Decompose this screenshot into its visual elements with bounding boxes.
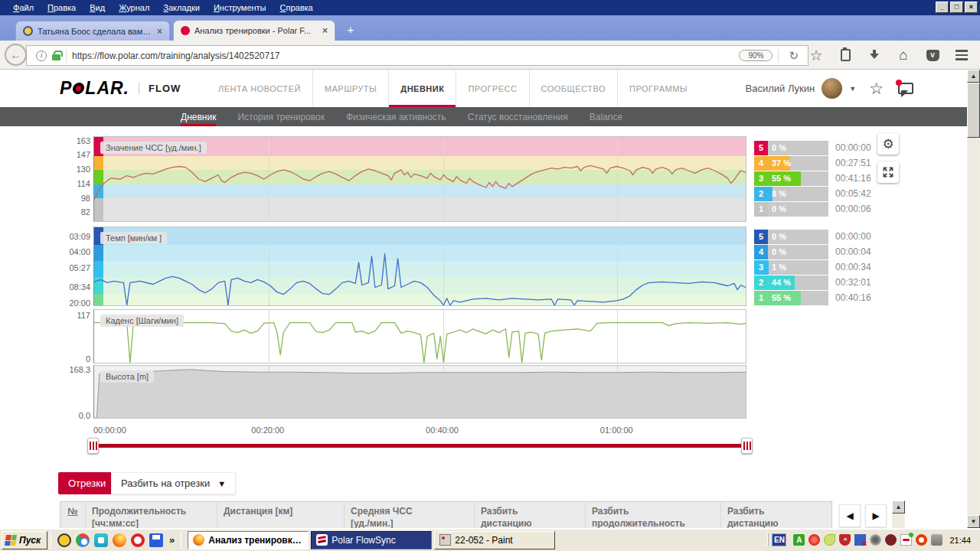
pocket-icon[interactable]: v [925,47,940,63]
home-icon[interactable]: ⌂ [896,47,911,63]
range-handle-right[interactable] [741,438,753,454]
zoom-level-button[interactable]: 90% [739,50,773,61]
flowsync-tray-icon[interactable] [900,534,912,546]
col-header[interactable]: Разбитьдистанцию [474,502,585,528]
taskbar-clock[interactable]: 21:44 [949,536,971,545]
col-header[interactable]: Продолжительность[чч:мм:сс] [85,502,217,528]
col-header[interactable]: Средняя ЧСС[уд./мин.] [344,502,474,528]
chart-plot-pace[interactable]: Темп [мин/км ] [93,227,746,306]
scroll-up-icon[interactable]: ▲ [967,70,980,83]
subnav-item-История тренировок[interactable]: История тренировок [237,107,325,126]
menu-Журнал[interactable]: Журнал [112,2,156,14]
start-button[interactable]: Пуск [2,531,47,549]
tab-mailru[interactable]: Татьяна Боос сделала вам п... × [15,21,170,41]
chevron-down-icon: ▼ [217,479,226,488]
close-button[interactable]: × [965,2,978,13]
subnav-item-Статус восстановления[interactable]: Статус восстановления [468,107,568,126]
table-prev-button[interactable]: ◀ [839,504,861,527]
chart-settings-gear-icon[interactable]: ⚙ [877,133,899,155]
polar-logo[interactable]: P LAR. FLOW [60,78,181,99]
col-header[interactable]: Разбитьпродолжительность [585,502,720,528]
chevron-down-icon[interactable]: ▼ [849,85,856,93]
user-menu[interactable]: Василий Лукин ▼ ☆ [746,70,913,107]
fullscreen-expand-icon[interactable] [877,161,899,183]
subnav-item-Balance[interactable]: Balance [590,107,622,126]
tab-close-icon[interactable]: × [322,25,328,36]
avatar[interactable] [822,78,842,99]
bookmark-star-icon[interactable]: ☆ [808,47,824,63]
bookmarks-sidebar-icon[interactable] [838,47,853,63]
red-shield-icon[interactable]: × [839,534,851,546]
quick-launch-overflow[interactable]: » [166,534,178,546]
new-tab-button[interactable]: + [342,23,359,37]
menu-Вид[interactable]: Вид [83,2,112,14]
chart-plot-cadence[interactable]: Каденс [Шаги/мин] [93,309,746,364]
taskbar-task-firefox[interactable]: Анализ тренировки - ... [188,531,309,549]
favorites-star-icon[interactable]: ☆ [869,80,884,98]
green-a-icon[interactable]: A [793,534,805,546]
scroll-down-icon[interactable]: ▼ [967,515,980,528]
col-header[interactable]: Разбитьдистанцию [720,502,831,528]
scroll-up-icon[interactable]: ▲ [892,500,905,514]
red-star-icon[interactable] [808,534,820,546]
nav-item-ДНЕВНИК[interactable]: ДНЕВНИК [388,70,456,107]
range-handle-left[interactable] [87,438,99,454]
menu-Правка[interactable]: Правка [41,2,83,14]
tab-polar-analysis[interactable]: Анализ тренировки - Polar F... × [173,20,335,41]
col-header[interactable]: № [60,502,85,528]
menu-Справка[interactable]: Справка [273,2,320,14]
speaker-icon[interactable] [931,534,942,546]
puzzle-icon[interactable] [854,534,866,546]
table-next-button[interactable]: ▶ [865,504,887,527]
app-badge-icon[interactable] [57,533,71,547]
zone-bar: 55 % [768,291,828,305]
avira-icon[interactable] [916,534,927,546]
webcam-icon[interactable] [870,534,881,546]
col-header[interactable]: Дистанция [км] [217,502,344,528]
chart-plot-hr[interactable]: Значение ЧСС [уд./мин.] [93,136,746,222]
nav-item-ЛЕНТА НОВОСТЕЙ[interactable]: ЛЕНТА НОВОСТЕЙ [207,70,312,107]
save-icon[interactable] [149,533,163,547]
dark-disc-icon[interactable] [885,534,897,546]
table-scrollbar[interactable]: ▲ [892,500,905,528]
zone-bar: 0 % [768,202,828,217]
menu-Файл[interactable]: Файл [6,2,41,14]
split-to-segments-dropdown[interactable]: Разбить на отрезки ▼ [111,472,236,494]
firefox-icon[interactable] [113,533,126,547]
amigo-icon[interactable] [94,533,108,547]
leaf-icon[interactable] [824,534,835,546]
zone-time: 00:00:06 [835,202,871,217]
zone-bar: 8 % [768,187,828,201]
back-button[interactable]: ← [5,44,27,66]
minimize-button[interactable]: _ [936,2,949,13]
segments-button[interactable]: Отрезки [58,472,116,494]
taskbar-task-flowsync[interactable]: Polar FlowSync [311,531,432,549]
subnav-item-Физическая активность[interactable]: Физическая активность [346,107,446,126]
reload-icon[interactable]: ↻ [784,49,803,63]
nav-item-СООБЩЕСТВО[interactable]: СООБЩЕСТВО [529,70,618,107]
taskbar-task-paint[interactable]: 22-052 - Paint [434,531,555,549]
page-info-icon[interactable]: i [36,51,47,61]
scrollbar-thumb[interactable] [967,83,980,138]
flow-label: FLOW [139,83,181,94]
menu-Закладки[interactable]: Закладки [156,2,207,14]
language-indicator[interactable]: EN [772,533,786,546]
subnav-item-Дневник[interactable]: Дневник [181,107,216,126]
menu-hamburger-icon[interactable] [954,47,969,63]
menu-Инструменты[interactable]: Инструменты [207,2,273,14]
tab-close-icon[interactable]: × [157,26,162,37]
chat-icon[interactable] [898,83,913,94]
chart-plot-altitude[interactable]: Высота [m] [93,365,746,419]
chrome-icon[interactable] [76,533,90,547]
timeline-range-slider[interactable] [93,444,746,448]
nav-item-ПРОГРЕСС[interactable]: ПРОГРЕСС [456,70,528,107]
downloads-icon[interactable] [867,47,882,63]
restore-button[interactable]: □ [950,2,963,13]
page-scrollbar[interactable]: ▲ ▼ [967,70,980,528]
url-bar[interactable]: i https://flow.polar.com/training/analys… [26,45,808,66]
url-text[interactable]: https://flow.polar.com/training/analysis… [72,51,733,61]
lock-icon[interactable] [52,54,60,60]
nav-item-МАРШРУТЫ[interactable]: МАРШРУТЫ [312,70,388,107]
nav-item-ПРОГРАММЫ[interactable]: ПРОГРАММЫ [617,70,699,107]
opera-icon[interactable] [131,533,145,547]
